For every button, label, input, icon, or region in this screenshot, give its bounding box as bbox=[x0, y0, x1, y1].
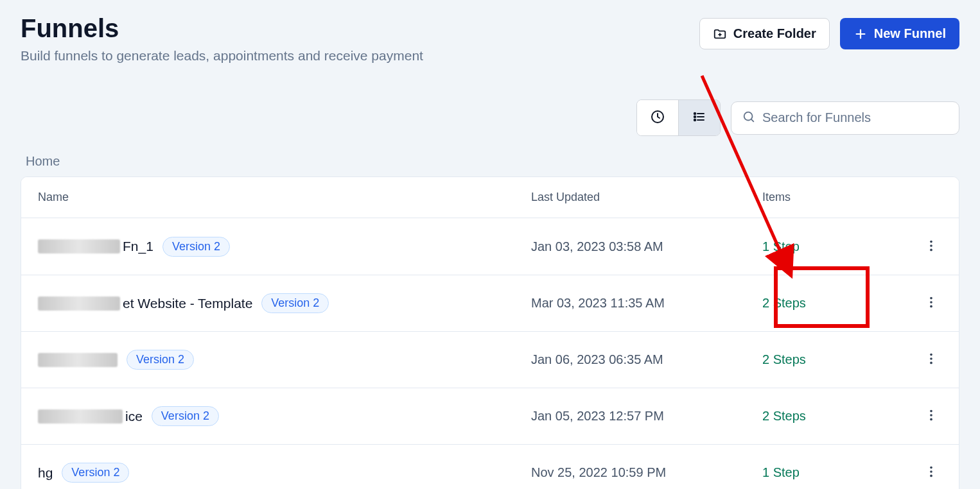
items-count: 1 Step bbox=[762, 465, 891, 480]
last-updated: Nov 25, 2022 10:59 PM bbox=[531, 465, 762, 480]
more-vertical-icon bbox=[924, 239, 938, 253]
view-list-button[interactable] bbox=[678, 100, 720, 135]
view-recent-button[interactable] bbox=[637, 100, 678, 135]
folder-plus-icon bbox=[713, 27, 727, 41]
version-badge: Version 2 bbox=[127, 350, 194, 370]
funnel-name: et Website - Template bbox=[123, 296, 252, 311]
svg-point-14 bbox=[930, 410, 932, 413]
table-row[interactable]: hgVersion 2Nov 25, 2022 10:59 PM1 Step bbox=[21, 444, 959, 489]
svg-point-17 bbox=[930, 467, 932, 469]
svg-point-8 bbox=[930, 297, 932, 300]
clock-icon bbox=[650, 109, 665, 126]
row-more-menu[interactable] bbox=[920, 291, 942, 315]
table-row[interactable]: iceVersion 2Jan 05, 2023 12:57 PM2 Steps bbox=[21, 388, 959, 444]
svg-point-5 bbox=[930, 240, 932, 243]
svg-point-9 bbox=[930, 301, 932, 304]
redacted-text bbox=[38, 296, 120, 311]
list-icon bbox=[692, 109, 707, 126]
funnel-name-cell: et Website - TemplateVersion 2 bbox=[38, 293, 531, 313]
new-funnel-button[interactable]: New Funnel bbox=[840, 18, 959, 49]
table-row[interactable]: et Website - TemplateVersion 2Mar 03, 20… bbox=[21, 275, 959, 331]
funnel-name-cell: hgVersion 2 bbox=[38, 463, 531, 483]
plus-icon bbox=[853, 27, 868, 41]
svg-point-15 bbox=[930, 414, 932, 416]
svg-point-11 bbox=[930, 354, 932, 356]
row-more-menu[interactable] bbox=[920, 348, 942, 372]
page-subtitle: Build funnels to generate leads, appoint… bbox=[21, 48, 423, 64]
funnel-name: Fn_1 bbox=[123, 239, 153, 254]
row-more-menu[interactable] bbox=[920, 404, 942, 428]
last-updated: Mar 03, 2023 11:35 AM bbox=[531, 296, 762, 311]
table-row[interactable]: Fn_1Version 2Jan 03, 2023 03:58 AM1 Step bbox=[21, 218, 959, 275]
svg-point-13 bbox=[930, 362, 932, 365]
svg-point-12 bbox=[930, 357, 932, 360]
search-input[interactable] bbox=[762, 110, 949, 125]
svg-point-16 bbox=[930, 418, 932, 421]
search-field[interactable] bbox=[731, 101, 959, 135]
funnel-name-cell: Version 2 bbox=[38, 350, 531, 370]
row-more-menu[interactable] bbox=[920, 235, 942, 259]
col-items: Items bbox=[762, 191, 891, 204]
funnel-name: ice bbox=[125, 409, 143, 424]
last-updated: Jan 06, 2023 06:35 AM bbox=[531, 352, 762, 367]
funnel-name: hg bbox=[38, 465, 53, 481]
col-updated: Last Updated bbox=[531, 191, 762, 204]
last-updated: Jan 03, 2023 03:58 AM bbox=[531, 239, 762, 254]
redacted-text bbox=[38, 353, 118, 367]
funnel-name-cell: iceVersion 2 bbox=[38, 406, 531, 426]
more-vertical-icon bbox=[924, 465, 938, 479]
items-count: 2 Steps bbox=[762, 352, 891, 367]
view-toggle bbox=[636, 99, 721, 136]
version-badge: Version 2 bbox=[152, 406, 219, 426]
new-funnel-label: New Funnel bbox=[874, 26, 946, 41]
redacted-text bbox=[38, 239, 120, 253]
col-name: Name bbox=[38, 191, 531, 204]
funnels-table: Name Last Updated Items Fn_1Version 2Jan… bbox=[21, 176, 959, 489]
version-badge: Version 2 bbox=[162, 237, 230, 257]
create-folder-label: Create Folder bbox=[733, 26, 816, 41]
funnel-name-cell: Fn_1Version 2 bbox=[38, 237, 531, 257]
page-title: Funnels bbox=[21, 14, 423, 43]
svg-point-10 bbox=[930, 305, 932, 308]
items-count: 2 Steps bbox=[762, 409, 891, 424]
items-count: 1 Step bbox=[762, 239, 891, 254]
more-vertical-icon bbox=[924, 352, 938, 366]
svg-point-7 bbox=[930, 248, 932, 251]
svg-point-18 bbox=[930, 470, 932, 473]
version-badge: Version 2 bbox=[261, 293, 329, 313]
breadcrumb-home[interactable]: Home bbox=[26, 154, 959, 169]
row-more-menu[interactable] bbox=[920, 461, 942, 485]
create-folder-button[interactable]: Create Folder bbox=[699, 18, 830, 49]
svg-point-6 bbox=[930, 244, 932, 247]
table-row[interactable]: Version 2Jan 06, 2023 06:35 AM2 Steps bbox=[21, 331, 959, 388]
more-vertical-icon bbox=[924, 408, 938, 422]
svg-point-19 bbox=[930, 475, 932, 477]
items-count: 2 Steps bbox=[762, 296, 891, 311]
svg-point-2 bbox=[694, 116, 696, 117]
search-icon bbox=[742, 110, 756, 126]
last-updated: Jan 05, 2023 12:57 PM bbox=[531, 409, 762, 424]
version-badge: Version 2 bbox=[62, 463, 129, 483]
more-vertical-icon bbox=[924, 295, 938, 309]
svg-point-3 bbox=[694, 119, 696, 121]
svg-point-1 bbox=[694, 113, 696, 114]
redacted-text bbox=[38, 409, 123, 424]
